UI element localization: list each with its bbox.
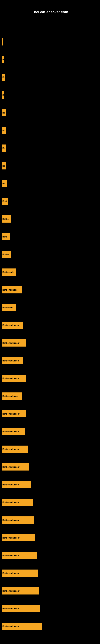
bar-row: Bottleneck result bbox=[0, 618, 100, 635]
bar-item: Bottleneck bbox=[1, 268, 16, 276]
bar-row: B bbox=[0, 51, 100, 68]
bar-row: Bo bbox=[0, 122, 100, 139]
bar-row: Bo bbox=[0, 139, 100, 157]
bar-row: Bott bbox=[0, 192, 100, 210]
bar-item: Bo bbox=[1, 144, 6, 152]
bar-item: Bottleneck result bbox=[1, 623, 42, 630]
bar-row: Bottleneck bbox=[0, 299, 100, 316]
bar-item: Bottleneck resu bbox=[1, 357, 23, 364]
bar-item: Bottleneck res bbox=[1, 392, 22, 400]
bars-wrapper: BBoBBoBoBoBoBoBottBottleBottlBottleBottl… bbox=[0, 15, 100, 635]
bar-row: Bottleneck result bbox=[0, 529, 100, 546]
bar-row: Bottleneck result bbox=[0, 564, 100, 582]
bar-item bbox=[1, 38, 3, 46]
bar-row: B bbox=[0, 86, 100, 104]
bar-item: Bottleneck result bbox=[1, 570, 38, 577]
bar-row: Bottleneck resu bbox=[0, 316, 100, 334]
bar-item: Bottleneck res bbox=[1, 286, 22, 294]
bar-item: Bottle bbox=[1, 251, 11, 258]
bar-row bbox=[0, 15, 100, 33]
bar-item bbox=[1, 20, 2, 28]
bar-row: Bottleneck res bbox=[0, 387, 100, 405]
chart-container: TheBottlenecker.com BBoBBoBoBoBoBoBottBo… bbox=[0, 0, 100, 644]
bar-row: Bottleneck result bbox=[0, 600, 100, 618]
bar-item: Bottleneck resu bbox=[1, 322, 23, 329]
bar-row: Bottleneck result bbox=[0, 511, 100, 529]
bar-item: Bottleneck result bbox=[1, 516, 34, 524]
bar-row: Bottleneck resu bbox=[0, 352, 100, 370]
bar-item: B bbox=[1, 56, 4, 63]
bar-row: Bo bbox=[0, 157, 100, 175]
bar-item: Bottleneck result bbox=[1, 375, 26, 382]
bar-item: Bo bbox=[1, 109, 6, 116]
bar-item: Bottleneck result bbox=[1, 410, 26, 418]
bar-row: Bottleneck result bbox=[0, 582, 100, 600]
bar-row: Bo bbox=[0, 175, 100, 192]
bar-item: Bottleneck result bbox=[1, 463, 29, 470]
bar-row: Bottleneck resul bbox=[0, 422, 100, 440]
bar-item: Bottl bbox=[1, 233, 10, 240]
bar-item: Bottleneck resul bbox=[1, 428, 25, 435]
bar-item: Bottleneck result bbox=[1, 339, 26, 346]
bar-row: Bottleneck result bbox=[0, 494, 100, 511]
bar-row: Bottleneck bbox=[0, 263, 100, 281]
bar-item: Bottleneck result bbox=[1, 446, 28, 453]
bar-item: Bott bbox=[1, 198, 8, 205]
site-title: TheBottlenecker.com bbox=[0, 8, 100, 15]
bar-row: Bottle bbox=[0, 246, 100, 263]
bar-row: Bottle bbox=[0, 210, 100, 228]
bar-item: Bottle bbox=[1, 215, 11, 222]
bar-row: Bottleneck result bbox=[0, 458, 100, 476]
bar-row: Bottleneck result bbox=[0, 334, 100, 352]
bar-item: Bo bbox=[1, 74, 5, 81]
bar-item: Bottleneck result bbox=[1, 534, 35, 541]
bar-item: Bottleneck result bbox=[1, 587, 39, 594]
bar-row: Bottleneck result bbox=[0, 405, 100, 422]
bar-item: Bottleneck result bbox=[1, 605, 40, 612]
bar-row: Bottleneck result bbox=[0, 370, 100, 387]
bar-item: Bottleneck result bbox=[1, 552, 37, 559]
bar-item: Bottleneck result bbox=[1, 481, 31, 488]
bar-row: Bottleneck result bbox=[0, 546, 100, 564]
bar-row: Bottl bbox=[0, 228, 100, 246]
bar-row: Bottleneck result bbox=[0, 440, 100, 458]
bar-item: Bottleneck result bbox=[1, 499, 33, 506]
bar-row: Bottleneck res bbox=[0, 281, 100, 299]
bar-item: Bo bbox=[1, 180, 7, 187]
bar-item: Bottleneck bbox=[1, 304, 16, 311]
bar-row: Bottleneck result bbox=[0, 476, 100, 494]
bar-item: B bbox=[1, 91, 4, 98]
bar-item: Bo bbox=[1, 127, 6, 134]
bar-item: Bo bbox=[1, 162, 6, 170]
bar-row: Bo bbox=[0, 104, 100, 122]
bar-row bbox=[0, 33, 100, 51]
bar-row: Bo bbox=[0, 68, 100, 86]
